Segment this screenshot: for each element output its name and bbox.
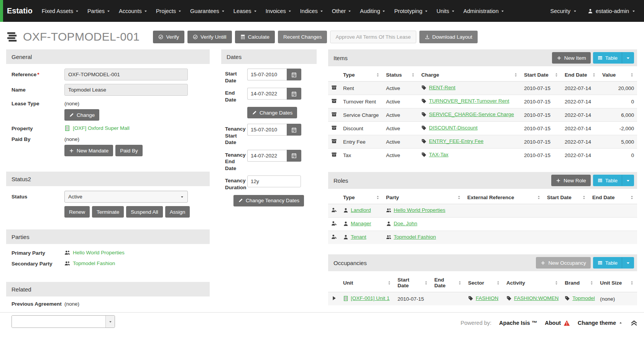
role-party-link[interactable]: Hello World Properties bbox=[386, 207, 445, 213]
change-tenancy-dates-button[interactable]: Change Tenancy Dates bbox=[233, 195, 304, 206]
items-col-status[interactable]: Status bbox=[383, 69, 418, 82]
user-menu[interactable]: estatio-admin bbox=[588, 8, 636, 14]
tenancy-end-input[interactable] bbox=[247, 150, 287, 162]
occupancies-col-activity[interactable]: Activity bbox=[503, 273, 562, 292]
sort-icon[interactable] bbox=[630, 281, 634, 285]
tenancy-end-calendar-button[interactable] bbox=[287, 150, 301, 162]
menu-units[interactable]: Units bbox=[437, 8, 455, 14]
items-col-value[interactable]: Value bbox=[599, 69, 637, 82]
items-col-charge[interactable]: Charge bbox=[418, 69, 521, 82]
sort-icon[interactable] bbox=[554, 73, 559, 77]
sort-icon[interactable] bbox=[590, 281, 594, 285]
menu-parties[interactable]: Parties bbox=[87, 8, 110, 14]
verify-button[interactable]: Verify bbox=[153, 31, 184, 43]
footer-combobox-input[interactable] bbox=[12, 316, 105, 328]
occupancies-table-caret-button[interactable] bbox=[622, 257, 634, 269]
about-link[interactable]: About bbox=[545, 320, 570, 326]
role-row[interactable]: Manager Doe, John bbox=[328, 218, 637, 231]
change-lease-type-button[interactable]: Change bbox=[64, 109, 99, 121]
items-col-end-date[interactable]: End Date bbox=[562, 69, 599, 82]
occupancies-col-sector[interactable]: Sector bbox=[465, 273, 503, 292]
paid-by-button[interactable]: Paid By bbox=[115, 145, 143, 156]
item-row[interactable]: Turnover Rent Active TURNOVER_RENT-Turno… bbox=[328, 95, 637, 108]
item-row[interactable]: Discount Active DISCOUNT-Discount 2010-0… bbox=[328, 122, 637, 135]
occupancies-col-unit-size[interactable]: Unit Size bbox=[597, 273, 637, 292]
roles-col-type[interactable]: Type bbox=[340, 191, 383, 204]
item-row[interactable]: Entry Fee Active ENTRY_FEE-Entry Fee 201… bbox=[328, 135, 637, 149]
property-link[interactable]: [OXF] Oxford Super Mall bbox=[64, 124, 130, 131]
menu-guarantees[interactable]: Guarantees bbox=[190, 8, 225, 14]
secondary-party-link[interactable]: Topmodel Fashion bbox=[64, 259, 115, 266]
sort-icon[interactable] bbox=[592, 73, 596, 77]
menu-indices[interactable]: Indices bbox=[300, 8, 324, 14]
footer-combobox[interactable] bbox=[12, 315, 115, 328]
role-type-link[interactable]: Manager bbox=[343, 221, 371, 226]
sort-icon[interactable] bbox=[496, 281, 500, 285]
suspend-all-button[interactable]: Suspend All bbox=[126, 206, 163, 218]
name-input[interactable] bbox=[64, 84, 188, 96]
download-layout-button[interactable]: Download Layout bbox=[419, 31, 478, 43]
menu-accounts[interactable]: Accounts bbox=[119, 8, 148, 14]
roles-table-caret-button[interactable] bbox=[622, 175, 634, 186]
end-date-input[interactable] bbox=[247, 88, 287, 100]
sort-icon[interactable] bbox=[537, 195, 541, 200]
apache-isis-link[interactable]: Apache Isis ™ bbox=[499, 320, 537, 326]
role-party-link[interactable]: Doe, John bbox=[386, 221, 417, 226]
expand-row-icon[interactable] bbox=[331, 295, 337, 301]
sort-icon[interactable] bbox=[376, 195, 380, 200]
occupancies-col-start-date[interactable]: Start Date bbox=[394, 273, 431, 292]
status-select[interactable]: Active bbox=[64, 191, 188, 203]
charge-link[interactable]: TURNOVER_RENT-Turnover Rent bbox=[421, 98, 509, 104]
sort-icon[interactable] bbox=[376, 73, 380, 77]
start-date-calendar-button[interactable] bbox=[287, 69, 301, 80]
menu-projects[interactable]: Projects bbox=[156, 8, 182, 14]
approve-all-terms-button[interactable]: Approve All Terms Of This Lease bbox=[330, 31, 416, 43]
verify-until-button[interactable]: Verify Untill bbox=[187, 31, 232, 43]
roles-col-start-date[interactable]: Start Date bbox=[544, 191, 589, 204]
tenancy-start-calendar-button[interactable] bbox=[287, 124, 301, 136]
menu-other[interactable]: Other bbox=[332, 8, 352, 14]
brand-link[interactable]: Topmodel bbox=[565, 295, 595, 301]
renew-button[interactable]: Renew bbox=[64, 206, 90, 218]
sort-icon[interactable] bbox=[458, 281, 462, 285]
menu-leases[interactable]: Leases bbox=[233, 8, 257, 14]
sector-link[interactable]: FASHION bbox=[468, 295, 498, 301]
menu-prototyping[interactable]: Prototyping bbox=[394, 8, 428, 14]
sort-icon[interactable] bbox=[411, 73, 415, 77]
sort-icon[interactable] bbox=[387, 281, 391, 285]
role-row[interactable]: Tenant Topmodel Fashion bbox=[328, 231, 637, 244]
activity-link[interactable]: FASHION:WOMEN bbox=[506, 295, 559, 301]
sort-icon[interactable] bbox=[554, 281, 559, 285]
new-mandate-button[interactable]: New Mandate bbox=[64, 145, 113, 156]
charge-link[interactable]: ENTRY_FEE-Entry Fee bbox=[421, 138, 483, 144]
item-row[interactable]: Tax Active TAX-Tax 2010-07-15 2022-07-14… bbox=[328, 149, 637, 162]
charge-link[interactable]: TAX-Tax bbox=[421, 152, 449, 157]
end-date-calendar-button[interactable] bbox=[287, 88, 301, 100]
tenancy-duration-input[interactable] bbox=[247, 175, 301, 187]
sort-icon[interactable] bbox=[457, 195, 461, 200]
roles-col-external-reference[interactable]: External Reference bbox=[464, 191, 544, 204]
start-date-input[interactable] bbox=[247, 69, 287, 80]
change-theme-menu[interactable]: Change theme bbox=[578, 320, 623, 326]
role-type-link[interactable]: Tenant bbox=[343, 234, 366, 240]
item-row[interactable]: Service Charge Active SERVICE_CHARGE-Ser… bbox=[328, 108, 637, 122]
brand-logo[interactable]: Estatio bbox=[7, 7, 33, 15]
menu-fixed-assets[interactable]: Fixed Assets bbox=[42, 8, 79, 14]
tenancy-start-input[interactable] bbox=[247, 124, 287, 136]
primary-party-link[interactable]: Hello World Properties bbox=[64, 249, 125, 255]
charge-link[interactable]: RENT-Rent bbox=[421, 85, 455, 90]
items-col-type[interactable]: Type bbox=[340, 69, 383, 82]
items-table-caret-button[interactable] bbox=[622, 52, 634, 64]
menu-invoices[interactable]: Invoices bbox=[266, 8, 292, 14]
unit-link[interactable]: [OXF-001] Unit 1 bbox=[343, 295, 389, 301]
menu-administration[interactable]: Administration bbox=[463, 8, 504, 14]
role-party-link[interactable]: Topmodel Fashion bbox=[386, 234, 436, 240]
change-dates-button[interactable]: Change Dates bbox=[247, 107, 297, 118]
calculate-button[interactable]: Calculate bbox=[235, 31, 275, 43]
sort-icon[interactable] bbox=[630, 73, 634, 77]
occupancy-row[interactable]: [OXF-001] Unit 1 2010-07-15 FASHION FASH… bbox=[328, 292, 637, 306]
assign-button[interactable]: Assign bbox=[165, 206, 190, 218]
charge-link[interactable]: DISCOUNT-Discount bbox=[421, 125, 478, 131]
role-row[interactable]: Landlord Hello World Properties bbox=[328, 204, 637, 218]
occupancies-table-button[interactable]: Table bbox=[593, 257, 622, 269]
